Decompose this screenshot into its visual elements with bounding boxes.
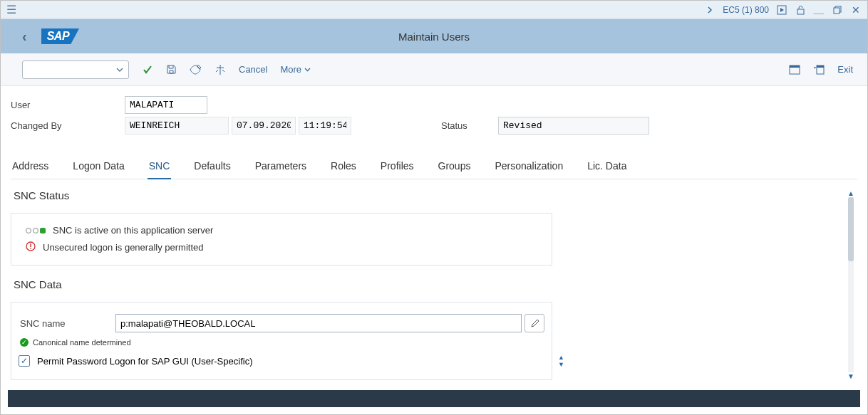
changed-date-field <box>232 117 296 135</box>
canonical-text: Canonical name determined <box>33 338 131 347</box>
scroll-down-icon[interactable]: ▼ <box>847 372 854 380</box>
warning-circle-icon <box>26 241 36 253</box>
check-circle-icon: ✓ <box>20 338 29 347</box>
compare-icon[interactable] <box>215 64 226 75</box>
spin-down-icon[interactable]: ▼ <box>558 361 564 368</box>
chevron-right-icon[interactable] <box>704 4 715 16</box>
unsecured-logon-text: Unsecured logon is generally permitted <box>43 242 203 253</box>
user-field[interactable] <box>125 96 207 114</box>
window-titlebar: ☰ EC5 (1) 800 __ ✕ <box>1 1 867 19</box>
chevron-down-icon <box>115 65 124 74</box>
changed-time-field <box>299 117 351 135</box>
edit-snc-name-button[interactable] <box>525 314 544 332</box>
tab-logon-data[interactable]: Logon Data <box>71 154 125 179</box>
status-label: Status <box>441 120 498 131</box>
tab-lic-data[interactable]: Lic. Data <box>586 154 628 179</box>
hamburger-icon[interactable]: ☰ <box>6 3 16 16</box>
chevron-down-icon <box>304 65 311 73</box>
user-label: User <box>11 100 125 110</box>
cancel-button[interactable]: Cancel <box>239 64 267 75</box>
svg-rect-10 <box>30 248 31 249</box>
more-button[interactable]: More <box>280 64 311 75</box>
display-change-icon[interactable] <box>190 64 202 75</box>
status-bar <box>8 390 860 407</box>
snc-data-panel: SNC name 1 ✓ Canonical name determined ✓… <box>11 302 552 380</box>
snc-data-title: SNC Data <box>11 278 842 290</box>
vertical-scrollbar[interactable]: ▲ ▼ <box>846 189 856 380</box>
svg-rect-5 <box>790 65 800 68</box>
snc-name-label: SNC name <box>11 318 115 329</box>
changedby-field <box>125 117 229 135</box>
traffic-light-icon <box>26 228 46 233</box>
maximize-icon[interactable] <box>832 4 843 16</box>
tab-roles[interactable]: Roles <box>329 154 358 179</box>
permit-password-label: Permit Password Logon for SAP GUI (User-… <box>37 356 252 367</box>
permit-password-checkbox[interactable]: ✓ <box>19 355 30 367</box>
snc-active-text: SNC is active on this application server <box>53 225 213 236</box>
sap-logo: SAP <box>41 28 79 44</box>
new-window-icon[interactable] <box>789 65 800 75</box>
tab-snc[interactable]: SNC <box>148 154 172 179</box>
layout-icon[interactable] <box>813 65 825 75</box>
svg-rect-9 <box>30 243 31 247</box>
spin-up-icon[interactable]: ▲ <box>558 354 564 361</box>
minimize-icon[interactable]: __ <box>813 4 825 16</box>
accept-button[interactable] <box>142 64 153 75</box>
unlock-icon[interactable] <box>795 4 806 16</box>
back-button[interactable]: ‹ <box>22 28 27 45</box>
tab-parameters[interactable]: Parameters <box>254 154 308 179</box>
play-box-icon[interactable] <box>776 4 787 16</box>
changedby-label: Changed By <box>11 120 125 131</box>
close-icon[interactable]: ✕ <box>850 4 862 16</box>
more-label: More <box>280 64 301 75</box>
system-id: EC5 (1) 800 <box>723 5 769 15</box>
svg-rect-1 <box>797 9 804 14</box>
snc-status-title: SNC Status <box>11 189 842 201</box>
page-title: Maintain Users <box>398 31 470 43</box>
svg-rect-3 <box>834 8 839 14</box>
app-header: ‹ SAP Maintain Users <box>1 19 867 53</box>
exit-button[interactable]: Exit <box>837 64 853 75</box>
tab-groups[interactable]: Groups <box>437 154 472 179</box>
snc-status-panel: SNC is active on this application server… <box>11 213 552 266</box>
command-field-dropdown[interactable] <box>22 61 129 79</box>
tab-defaults[interactable]: Defaults <box>192 154 232 179</box>
svg-rect-7 <box>817 65 824 68</box>
snc-name-field[interactable] <box>115 314 522 332</box>
scroll-thumb[interactable] <box>848 197 854 261</box>
save-icon[interactable] <box>166 64 177 75</box>
tab-strip: Address Logon Data SNC Defaults Paramete… <box>11 154 857 179</box>
scroll-up-icon[interactable]: ▲ <box>847 189 854 197</box>
tab-personalization[interactable]: Personalization <box>493 154 564 179</box>
content-area: User Changed By Status Address Logon Dat… <box>1 86 867 392</box>
tab-address[interactable]: Address <box>11 154 50 179</box>
status-field <box>498 117 649 135</box>
application-toolbar: Cancel More Exit <box>1 53 867 86</box>
tab-profiles[interactable]: Profiles <box>379 154 415 179</box>
